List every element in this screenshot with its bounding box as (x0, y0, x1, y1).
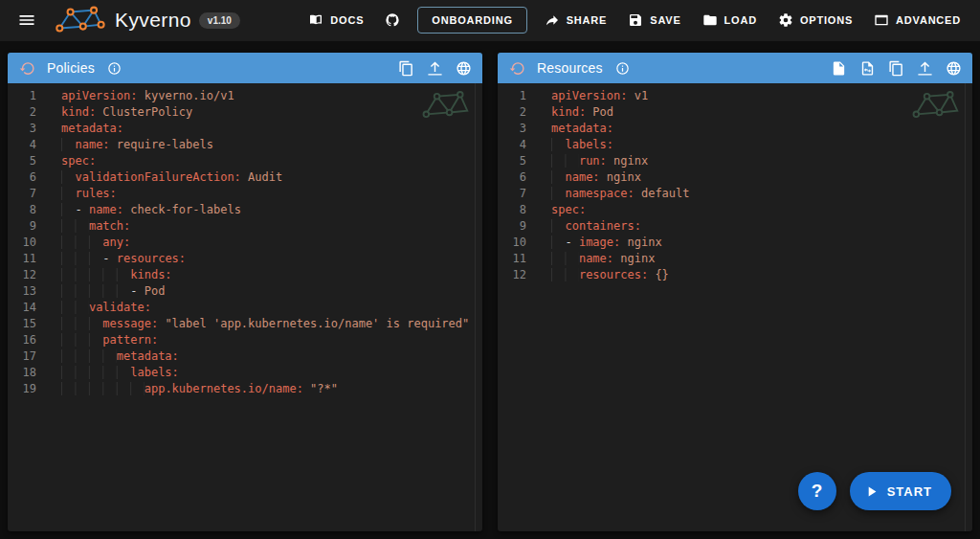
save-button[interactable]: SAVE (618, 5, 690, 35)
advanced-button[interactable]: ADVANCED (864, 5, 970, 35)
copy-button[interactable] (392, 56, 419, 80)
code-line: 9 containers: (498, 218, 972, 235)
info-button[interactable] (610, 56, 636, 80)
restore-icon (19, 60, 35, 77)
play-icon (863, 483, 880, 500)
code-line: 1apiVersion: kyverno.io/v1 (8, 88, 482, 104)
options-label: OPTIONS (800, 14, 853, 26)
kyverno-watermark-icon (417, 84, 471, 126)
load-button[interactable]: LOAD (693, 5, 767, 35)
menu-button[interactable] (10, 3, 44, 37)
brand[interactable]: Kyverno v1.10 (52, 5, 240, 35)
file-swap-button[interactable] (854, 56, 880, 80)
line-number: 10 (498, 235, 526, 251)
gear-icon (778, 12, 793, 28)
line-number: 2 (8, 104, 36, 121)
code-line: 6 name: nginx (498, 169, 972, 186)
hamburger-icon (17, 11, 36, 30)
resources-code: 1apiVersion: v12kind: Pod3metadata:4 lab… (498, 88, 972, 283)
restore-button[interactable] (13, 56, 40, 80)
code-line: 10 - image: nginx (498, 235, 972, 251)
docs-button[interactable]: DOCS (299, 5, 373, 35)
code-line: 11 name: nginx (498, 251, 972, 267)
line-number: 15 (8, 316, 36, 332)
line-number: 5 (498, 153, 526, 169)
line-number: 17 (8, 348, 36, 365)
floating-actions: ? START (798, 472, 951, 510)
start-button[interactable]: START (850, 472, 951, 510)
resources-panel: Resources 1apiVersion: v12kind: Pod3meta… (498, 53, 972, 531)
file-swap-icon (859, 60, 876, 77)
line-number: 14 (8, 300, 36, 316)
code-line: 2kind: Pod (498, 104, 972, 121)
copy-icon (398, 60, 414, 77)
options-button[interactable]: OPTIONS (768, 5, 862, 35)
code-line: 10 any: (8, 235, 482, 251)
line-number: 8 (8, 202, 36, 218)
copy-button[interactable] (882, 56, 909, 80)
start-label: START (887, 484, 932, 499)
upload-button[interactable] (421, 56, 448, 80)
restore-button[interactable] (503, 56, 530, 80)
save-label: SAVE (650, 14, 680, 26)
copy-icon (888, 60, 904, 77)
line-number: 6 (8, 169, 36, 186)
code-line: 16 pattern: (8, 332, 482, 348)
code-line: 3metadata: (8, 121, 482, 137)
file-icon (831, 60, 847, 77)
code-line: 12 resources: {} (498, 267, 972, 283)
code-line: 6 validationFailureAction: Audit (8, 169, 482, 186)
info-icon (615, 61, 630, 76)
code-line: 8spec: (498, 202, 972, 218)
policies-panel: Policies 1apiVersion: kyverno.io/v12kind… (8, 53, 482, 531)
info-icon (107, 61, 122, 76)
kyverno-logo-icon (52, 5, 107, 35)
share-button[interactable]: SHARE (535, 5, 617, 35)
folder-icon (702, 12, 718, 28)
line-number: 4 (8, 137, 36, 153)
docs-icon (308, 12, 323, 28)
policies-header: Policies (8, 53, 482, 83)
upload-icon (427, 60, 443, 77)
policies-editor[interactable]: 1apiVersion: kyverno.io/v12kind: Cluster… (8, 83, 482, 531)
help-button[interactable]: ? (798, 472, 836, 510)
line-number: 11 (498, 251, 526, 267)
resources-editor[interactable]: 1apiVersion: v12kind: Pod3metadata:4 lab… (498, 83, 972, 531)
line-number: 3 (498, 121, 526, 137)
save-icon (628, 12, 643, 28)
globe-button[interactable] (450, 56, 477, 80)
load-label: LOAD (724, 14, 757, 26)
line-number: 1 (8, 88, 36, 104)
code-line: 19 app.kubernetes.io/name: "?*" (8, 381, 482, 397)
line-number: 9 (8, 218, 36, 235)
resources-header: Resources (498, 53, 972, 83)
line-number: 2 (498, 104, 526, 121)
line-number: 19 (8, 381, 36, 397)
globe-button[interactable] (940, 56, 967, 80)
line-number: 4 (498, 137, 526, 153)
github-button[interactable] (375, 5, 410, 35)
info-button[interactable] (101, 56, 128, 80)
line-number: 1 (498, 88, 526, 104)
topbar-actions: DOCSONBOARDINGSHARESAVELOADOPTIONSADVANC… (299, 5, 970, 35)
share-label: SHARE (567, 14, 608, 26)
help-label: ? (812, 481, 823, 502)
line-number: 12 (498, 267, 526, 283)
line-number: 5 (8, 153, 36, 169)
line-number: 6 (498, 169, 526, 186)
onboarding-button[interactable]: ONBOARDING (417, 7, 526, 34)
code-line: 12 kinds: (8, 267, 482, 283)
line-number: 11 (8, 251, 36, 267)
window-icon (874, 12, 889, 28)
code-line: 1apiVersion: v1 (498, 88, 972, 104)
github-icon (385, 12, 400, 28)
code-line: 2kind: ClusterPolicy (8, 104, 482, 121)
file-button[interactable] (825, 56, 852, 80)
code-line: 7 rules: (8, 186, 482, 202)
upload-button[interactable] (911, 56, 938, 80)
line-number: 3 (8, 121, 36, 137)
code-line: 8 - name: check-for-labels (8, 202, 482, 218)
code-line: 14 validate: (8, 300, 482, 316)
code-line: 15 message: "label 'app.kubernetes.io/na… (8, 316, 482, 332)
code-line: 7 namespace: default (498, 186, 972, 202)
